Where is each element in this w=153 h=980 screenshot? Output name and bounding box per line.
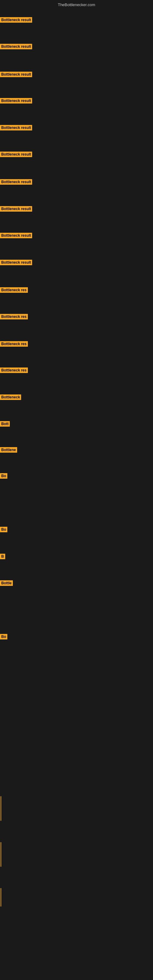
bottleneck-result-label: Bottleneck result	[0, 206, 32, 212]
bottleneck-result-label: Bottleneck result	[0, 98, 32, 103]
bottleneck-result-label: Bottleneck res	[0, 341, 28, 347]
bottleneck-result-label: Bottleneck res	[0, 368, 28, 373]
bottleneck-result-label: Bottleneck result	[0, 151, 32, 157]
bottleneck-result-label: Bott	[0, 421, 10, 426]
bottleneck-result-label: Bo	[0, 473, 7, 479]
bottleneck-result-label: Bottleneck	[0, 395, 21, 400]
bottleneck-result-label: B	[0, 554, 5, 559]
vertical-line-indicator	[1, 888, 1, 907]
bottleneck-result-label: Bottleneck result	[0, 260, 32, 265]
bottleneck-result-label: Bo	[0, 634, 7, 640]
bottleneck-result-label: Bottleneck result	[0, 44, 32, 49]
bottleneck-result-label: Bottleneck result	[0, 125, 32, 130]
bottleneck-result-label: Bottleneck result	[0, 179, 32, 185]
bottleneck-result-label: Bottle	[0, 580, 13, 586]
bottleneck-result-label: Bottleneck res	[0, 314, 28, 320]
bottleneck-result-label: Bottleneck result	[0, 72, 32, 77]
vertical-line-indicator	[1, 842, 1, 867]
site-title: TheBottlenecker.com	[0, 2, 153, 7]
vertical-line-indicator	[1, 796, 1, 821]
bottleneck-result-label: Bottleneck res	[0, 287, 28, 293]
bottleneck-result-label: Bottlene	[0, 447, 17, 453]
bottleneck-result-label: Bottleneck result	[0, 233, 32, 238]
bottleneck-result-label: Bottleneck result	[0, 17, 32, 23]
bottleneck-result-label: Bo	[0, 527, 7, 532]
